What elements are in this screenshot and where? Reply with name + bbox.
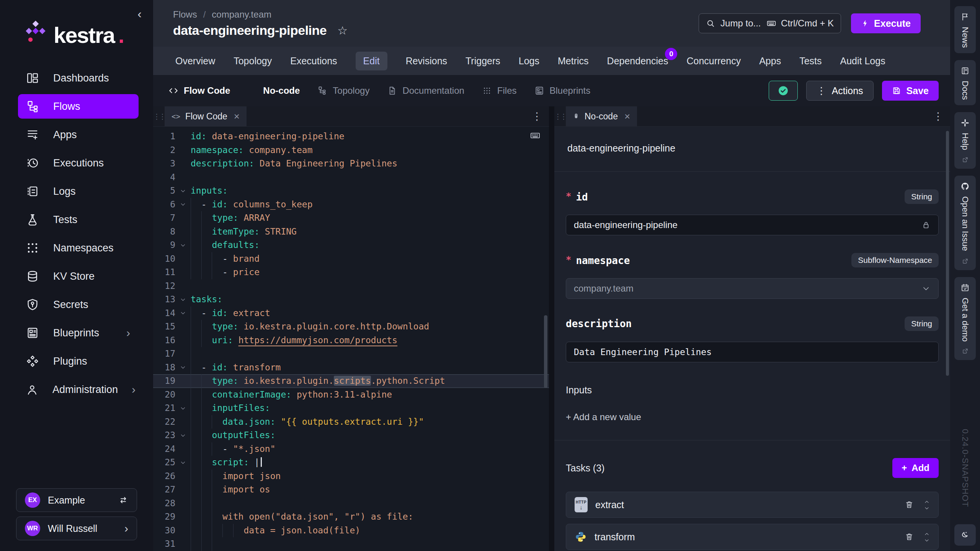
fold-chevron-icon[interactable] xyxy=(175,401,191,415)
code-line-9[interactable]: 9defaults: xyxy=(153,238,549,252)
code-line-1[interactable]: 1id: data-engineering-pipeline xyxy=(153,130,549,143)
rail-help[interactable]: Help xyxy=(954,112,976,169)
id-input[interactable]: data-engineering-pipeline xyxy=(566,215,939,235)
add-task-button[interactable]: + Add xyxy=(892,458,939,478)
rail-open-an-issue[interactable]: Open an Issue xyxy=(954,176,976,270)
tab-revisions[interactable]: Revisions xyxy=(406,55,447,67)
code-line-8[interactable]: 8itemType: STRING xyxy=(153,225,549,239)
view-topology[interactable]: Topology xyxy=(317,85,369,96)
sidebar-item-dashboards[interactable]: Dashboards xyxy=(18,66,139,90)
sidebar-item-tests[interactable]: Tests xyxy=(18,207,139,232)
close-icon[interactable]: × xyxy=(624,111,630,122)
fold-chevron-icon[interactable] xyxy=(175,293,191,306)
tab-apps[interactable]: Apps xyxy=(759,55,781,67)
tab-dependencies[interactable]: Dependencies0 xyxy=(607,55,668,67)
close-icon[interactable]: × xyxy=(234,111,240,122)
code-line-15[interactable]: 15type: io.kestra.plugin.core.http.Downl… xyxy=(153,320,549,334)
tab-edit[interactable]: Edit xyxy=(356,52,387,70)
jump-to-search[interactable]: Jump to... Ctrl/Cmd + K xyxy=(699,13,841,33)
code-line-4[interactable]: 4 xyxy=(153,171,549,184)
code-line-26[interactable]: 26import json xyxy=(153,469,549,483)
tab-overview[interactable]: Overview xyxy=(175,55,215,67)
description-input[interactable]: Data Engineering Pipelines xyxy=(566,342,939,362)
code-line-27[interactable]: 27import os xyxy=(153,483,549,497)
code-line-22[interactable]: 22data.json: "{{ outputs.extract.uri }}" xyxy=(153,415,549,429)
code-line-18[interactable]: 18- id: transform xyxy=(153,361,549,375)
fold-chevron-icon[interactable] xyxy=(175,429,191,442)
code-line-20[interactable]: 20containerImage: python:3.11-alpine xyxy=(153,388,549,402)
add-input-link[interactable]: + Add a new value xyxy=(566,412,939,422)
fold-chevron-icon[interactable] xyxy=(175,184,191,198)
tab-topology[interactable]: Topology xyxy=(234,55,272,67)
editor-keyboard-icon[interactable] xyxy=(530,130,541,141)
sidebar-item-apps[interactable]: Apps xyxy=(18,122,139,147)
code-line-6[interactable]: 6- id: columns_to_keep xyxy=(153,198,549,212)
task-row-extract[interactable]: HTTP↓extract xyxy=(566,492,939,518)
no-code-scrollbar[interactable] xyxy=(946,131,949,376)
code-line-31[interactable]: 31 xyxy=(153,537,549,551)
pane-menu-icon[interactable]: ⋮ xyxy=(532,106,549,126)
execute-button[interactable]: Execute xyxy=(851,13,921,33)
code-line-12[interactable]: 12 xyxy=(153,279,549,293)
validation-status-button[interactable] xyxy=(769,81,798,101)
move-down-icon[interactable] xyxy=(924,505,930,511)
sidebar-item-executions[interactable]: Executions xyxy=(18,151,139,175)
breadcrumb-flows[interactable]: Flows xyxy=(173,9,197,20)
code-line-16[interactable]: 16uri: https://dummyjson.com/products xyxy=(153,334,549,347)
code-line-14[interactable]: 14- id: extract xyxy=(153,306,549,320)
code-line-29[interactable]: 29with open("data.json", "r") as file: xyxy=(153,510,549,524)
code-line-11[interactable]: 11- price xyxy=(153,266,549,279)
code-line-3[interactable]: 3description: Data Engineering Pipelines xyxy=(153,157,549,171)
tab-flow-code[interactable]: <> Flow Code × xyxy=(165,106,247,126)
drag-handle-icon[interactable]: ⋮⋮ xyxy=(554,106,566,126)
code-line-30[interactable]: 30data = json.load(file) xyxy=(153,524,549,538)
editor-scrollbar[interactable] xyxy=(544,315,547,388)
sidebar-item-namespaces[interactable]: Namespaces xyxy=(18,236,139,260)
tab-triggers[interactable]: Triggers xyxy=(466,55,500,67)
sidebar-item-flows[interactable]: Flows xyxy=(18,94,139,119)
code-line-7[interactable]: 7type: ARRAY xyxy=(153,211,549,225)
tab-metrics[interactable]: Metrics xyxy=(558,55,589,67)
sidebar-collapse-icon[interactable]: ‹ xyxy=(137,8,142,20)
sidebar-item-blueprints[interactable]: Blueprints› xyxy=(18,321,139,345)
view-flow-code[interactable]: Flow Code xyxy=(168,85,230,96)
delete-task-icon[interactable] xyxy=(905,532,914,541)
workspace-switcher[interactable]: EX Example xyxy=(16,488,137,512)
code-line-10[interactable]: 10- brand xyxy=(153,252,549,266)
user-menu[interactable]: WR Will Russell › xyxy=(16,517,137,540)
view-no-code[interactable]: No-code xyxy=(248,85,300,96)
drag-handle-icon[interactable]: ⋮⋮ xyxy=(153,106,165,126)
sidebar-item-logs[interactable]: Logs xyxy=(18,179,139,204)
pane-menu-icon[interactable]: ⋮ xyxy=(933,106,950,126)
code-line-17[interactable]: 17 xyxy=(153,347,549,361)
favorite-star-icon[interactable]: ☆ xyxy=(337,24,348,37)
breadcrumb-namespace[interactable]: company.team xyxy=(212,9,271,20)
view-files[interactable]: Files xyxy=(482,85,517,96)
view-blueprints[interactable]: Blueprints xyxy=(534,85,591,96)
tab-executions[interactable]: Executions xyxy=(290,55,337,67)
rail-get-a-demo[interactable]: Get a demo xyxy=(954,277,976,360)
code-line-19[interactable]: 19type: io.kestra.plugin.scripts.python.… xyxy=(153,374,549,388)
code-line-28[interactable]: 28 xyxy=(153,497,549,510)
code-line-13[interactable]: 13tasks: xyxy=(153,293,549,306)
namespace-select[interactable]: company.team xyxy=(566,278,939,299)
code-line-24[interactable]: 24- "*.json" xyxy=(153,442,549,456)
fold-chevron-icon[interactable] xyxy=(175,238,191,252)
sidebar-item-kv-store[interactable]: KV Store xyxy=(18,264,139,289)
code-editor[interactable]: 1id: data-engineering-pipeline2namespace… xyxy=(153,127,549,551)
code-line-5[interactable]: 5inputs: xyxy=(153,184,549,198)
task-row-transform[interactable]: transform xyxy=(566,524,939,550)
move-up-icon[interactable] xyxy=(924,499,930,505)
tab-no-code[interactable]: No-code × xyxy=(566,106,637,126)
tab-concurrency[interactable]: Concurrency xyxy=(686,55,741,67)
tab-audit-logs[interactable]: Audit Logs xyxy=(840,55,885,67)
code-line-2[interactable]: 2namespace: company.team xyxy=(153,143,549,157)
kestra-logo[interactable]: kestra. xyxy=(0,0,153,45)
sidebar-item-plugins[interactable]: Plugins xyxy=(18,349,139,373)
save-button[interactable]: Save xyxy=(882,81,939,101)
code-line-21[interactable]: 21inputFiles: xyxy=(153,401,549,415)
tab-tests[interactable]: Tests xyxy=(799,55,822,67)
fold-chevron-icon[interactable] xyxy=(175,198,191,212)
move-up-icon[interactable] xyxy=(924,531,930,537)
move-down-icon[interactable] xyxy=(924,537,930,543)
